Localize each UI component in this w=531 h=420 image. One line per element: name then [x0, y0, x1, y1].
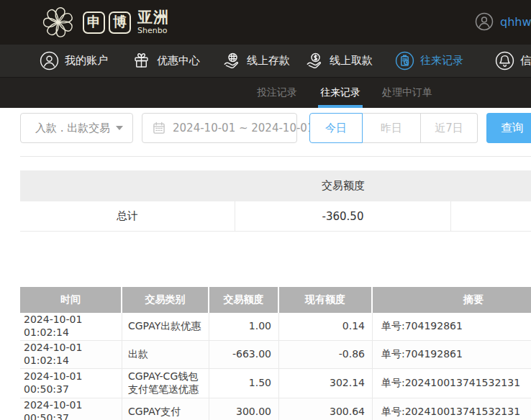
cell-amount: 1.50: [209, 369, 279, 398]
nav-label: 信息: [520, 54, 531, 68]
subnav-item-transaction-records[interactable]: 往来记录: [319, 78, 362, 108]
table-row: 2024-10-01 00:50:37 CGPAY支付 300.00 300.6…: [20, 398, 531, 420]
cell-type: CGPAY出款优惠: [122, 313, 209, 340]
avatar-icon: [475, 12, 494, 31]
flower-logo-icon: [40, 4, 77, 40]
nav-label: 优惠中心: [157, 54, 200, 68]
yesterday-button[interactable]: 昨日: [363, 113, 421, 143]
cell-summary: 单号:202410013741532131: [373, 398, 531, 420]
bell-icon: [495, 51, 514, 70]
cell-balance: 300.64: [279, 398, 373, 420]
table-row: 2024-10-01 01:02:14 出款 -663.00 -0.86 单号:…: [20, 341, 531, 369]
column-header-balance: 现有额度: [279, 287, 373, 313]
cell-time: 2024-10-01 01:02:14: [20, 341, 122, 368]
subnav-item-pending-orders[interactable]: 处理中订单: [381, 78, 434, 108]
table-row: 2024-10-01 01:02:14 CGPAY出款优惠 1.00 0.14 …: [20, 313, 531, 341]
table-header-row: 时间 交易类别 交易额度 现有额度 摘要: [20, 287, 531, 313]
logo-characters: 申 博: [83, 12, 131, 34]
today-button[interactable]: 今日: [309, 113, 363, 143]
user-icon: [40, 51, 59, 70]
cell-type: CGPAY-CG钱包支付笔笔送优惠: [122, 369, 209, 398]
logo-char-shen: 申: [83, 12, 105, 34]
summary-total-value: -360.50: [235, 201, 451, 231]
nav-label: 往来记录: [420, 54, 463, 68]
table-row: 2024-10-01 00:50:37 CGPAY-CG钱包支付笔笔送优惠 1.…: [20, 369, 531, 398]
logo-char-bo: 博: [109, 12, 131, 34]
summary-header-spacer: [20, 170, 235, 201]
logo-region: 亚洲 Shenbo: [137, 10, 169, 35]
sub-nav: 投注记录 往来记录 处理中订单: [0, 78, 531, 108]
last-7-days-button[interactable]: 近7日: [421, 113, 478, 143]
nav-label: 线上取款: [330, 54, 373, 68]
transactions-table: 时间 交易类别 交易额度 现有额度 摘要 2024-10-01 01:02:14…: [20, 287, 531, 420]
subnav-label: 往来记录: [320, 86, 360, 99]
summary-table: 交易额度 总计 -360.50: [20, 170, 531, 232]
username[interactable]: qhhw: [500, 15, 531, 29]
cell-time: 2024-10-01 00:50:37: [20, 369, 122, 398]
nav-item-messages[interactable]: 信息: [495, 45, 531, 77]
gift-icon: [132, 51, 151, 70]
cell-balance: -0.86: [279, 341, 373, 368]
nav-label: 线上存款: [247, 54, 290, 68]
quick-date-button-group: 今日 昨日 近7日: [309, 113, 478, 143]
nav-label: 我的账户: [65, 54, 108, 68]
column-header-time: 时间: [20, 287, 122, 313]
subnav-item-bet-records[interactable]: 投注记录: [255, 78, 299, 108]
main-nav: 我的账户 优惠中心 线上存款 线上取款: [0, 45, 531, 78]
page: 申 博 亚洲 Shenbo qhhw 我的账户: [0, 0, 531, 420]
cell-time: 2024-10-01 00:50:37: [20, 398, 122, 420]
cell-balance: 0.14: [279, 313, 373, 340]
nav-item-my-account[interactable]: 我的账户: [40, 45, 108, 77]
cell-summary: 单号:704192861: [373, 341, 531, 368]
summary-total-row: 总计 -360.50: [20, 201, 531, 232]
account-menu[interactable]: qhhw: [475, 12, 531, 31]
nav-item-records[interactable]: 往来记录: [395, 45, 463, 77]
nav-item-withdraw[interactable]: 线上取款: [304, 45, 373, 77]
withdraw-icon: [304, 51, 324, 70]
cell-amount: -663.00: [209, 341, 279, 368]
logo-region-en: Shenbo: [137, 27, 169, 35]
cell-time: 2024-10-01 01:02:14: [20, 313, 122, 340]
calendar-icon: [152, 121, 166, 135]
cell-amount: 300.00: [209, 398, 279, 420]
cell-amount: 1.00: [209, 313, 279, 340]
records-icon: [395, 51, 414, 70]
summary-header-spacer: [451, 170, 531, 201]
filter-divider: [20, 156, 531, 157]
logo-region-cn: 亚洲: [137, 10, 169, 25]
cell-summary: 单号:704192861: [373, 313, 531, 340]
nav-item-deposit[interactable]: 线上存款: [222, 45, 290, 77]
summary-header-label: 交易额度: [235, 170, 451, 201]
chevron-down-icon: [116, 126, 123, 130]
summary-header-row: 交易额度: [20, 170, 531, 201]
column-header-summary: 摘要: [373, 287, 531, 313]
transaction-type-value: 入款 . 出款交易: [35, 122, 110, 135]
brand-logo[interactable]: 申 博 亚洲 Shenbo: [40, 4, 169, 40]
column-header-type: 交易类别: [122, 287, 209, 313]
summary-total-label: 总计: [20, 201, 235, 231]
subnav-label: 投注记录: [257, 86, 297, 99]
cell-balance: 302.14: [279, 369, 373, 398]
cell-type: CGPAY支付: [122, 398, 209, 420]
subnav-label: 处理中订单: [382, 86, 432, 99]
date-range-value: 2024-10-01 ~ 2024-10-01: [173, 122, 314, 134]
top-header: 申 博 亚洲 Shenbo qhhw: [0, 0, 531, 45]
transaction-type-select[interactable]: 入款 . 出款交易: [20, 113, 133, 143]
nav-item-promotions[interactable]: 优惠中心: [132, 45, 200, 77]
summary-empty-cell: [451, 201, 531, 231]
cell-type: 出款: [122, 341, 209, 368]
date-range-input[interactable]: 2024-10-01 ~ 2024-10-01: [142, 113, 297, 143]
cell-summary: 单号:202410013741532131: [373, 369, 531, 398]
search-button[interactable]: 查询: [486, 113, 531, 143]
column-header-amount: 交易额度: [209, 287, 279, 313]
deposit-icon: [222, 51, 241, 70]
